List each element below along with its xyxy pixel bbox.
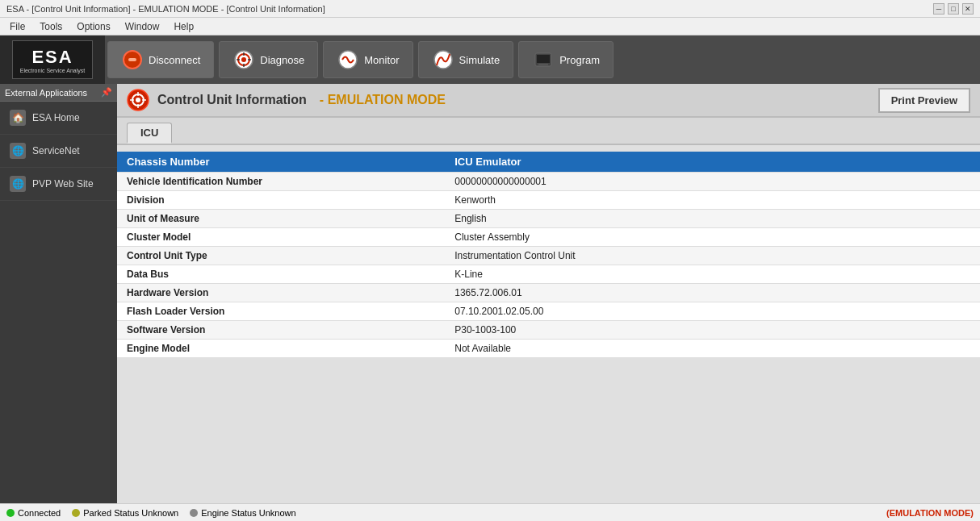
print-preview-button[interactable]: Print Preview — [878, 88, 970, 113]
sidebar-item-servicenet[interactable]: 🌐 ServiceNet — [0, 135, 117, 168]
parked-label: Parked Status Unknown — [83, 508, 178, 518]
table-cell-key: Flash Loader Version — [117, 302, 445, 321]
engine-status: Engine Status Unknown — [190, 508, 295, 518]
tab-bar: ICU — [117, 118, 980, 145]
status-left: Connected Parked Status Unknown Engine S… — [6, 508, 296, 518]
menu-tools[interactable]: Tools — [33, 19, 69, 34]
table-row: Vehicle Identification Number 0000000000… — [117, 173, 980, 191]
menu-file[interactable]: File — [3, 19, 31, 34]
status-bar: Connected Parked Status Unknown Engine S… — [0, 503, 980, 521]
close-button[interactable]: ✕ — [962, 3, 974, 15]
table-row: Control Unit Type Instrumentation Contro… — [117, 247, 980, 265]
table-cell-value: 00000000000000001 — [445, 173, 980, 191]
menu-options[interactable]: Options — [70, 19, 116, 34]
table-cell-key: Hardware Version — [117, 284, 445, 302]
simulate-button[interactable]: Simulate — [418, 41, 514, 78]
svg-rect-12 — [537, 55, 550, 63]
monitor-label: Monitor — [364, 54, 399, 66]
table-cell-value: 1365.72.006.01 — [445, 284, 980, 302]
title-bar-controls[interactable]: ─ □ ✕ — [933, 3, 974, 15]
table-cell-value: Not Available — [445, 340, 980, 358]
table-row: Cluster Model Cluster Assembly — [117, 228, 980, 247]
servicenet-icon: 🌐 — [10, 143, 26, 159]
table-cell-key: Unit of Measure — [117, 210, 445, 228]
logo-area: ESA Electronic Service Analyst — [0, 35, 105, 84]
table-cell-value: Instrumentation Control Unit — [445, 247, 980, 265]
diagnose-button[interactable]: Diagnose — [219, 41, 318, 78]
parked-dot — [72, 509, 80, 517]
section-title: Control Unit Information — [157, 93, 307, 107]
menu-help[interactable]: Help — [167, 19, 200, 34]
program-label: Program — [559, 54, 600, 66]
disconnect-button[interactable]: Disconnect — [107, 41, 214, 78]
monitor-button[interactable]: Monitor — [323, 41, 413, 78]
sidebar-item-pvp-label: PVP Web Site — [32, 178, 94, 190]
engine-label: Engine Status Unknown — [201, 508, 295, 518]
home-icon: 🏠 — [10, 110, 26, 126]
diagnose-label: Diagnose — [260, 54, 304, 66]
menu-window[interactable]: Window — [119, 19, 166, 34]
table-cell-key: Cluster Model — [117, 228, 445, 247]
parked-status: Parked Status Unknown — [72, 508, 178, 518]
table-row: Hardware Version 1365.72.006.01 — [117, 284, 980, 302]
maximize-button[interactable]: □ — [948, 3, 959, 15]
table-cell-value: P30-1003-100 — [445, 321, 980, 340]
title-bar: ESA - [Control Unit Information] - EMULA… — [0, 0, 980, 18]
monitor-icon — [337, 48, 359, 71]
content-area: External Applications 📌 🏠 ESA Home 🌐 Ser… — [0, 84, 980, 503]
table-row: Division Kenworth — [117, 191, 980, 210]
connected-dot — [6, 509, 15, 517]
table-cell-value: K-Line — [445, 265, 980, 284]
minimize-button[interactable]: ─ — [933, 3, 944, 15]
section-icon — [127, 89, 149, 111]
sidebar: External Applications 📌 🏠 ESA Home 🌐 Ser… — [0, 84, 117, 503]
logo-text: ESA — [31, 47, 73, 68]
simulate-label: Simulate — [459, 54, 500, 66]
table-cell-key: Engine Model — [117, 340, 445, 358]
sidebar-header-label: External Applications — [5, 88, 87, 98]
title-bar-text: ESA - [Control Unit Information] - EMULA… — [6, 4, 325, 14]
engine-dot — [190, 509, 198, 517]
table-row: Unit of Measure English — [117, 210, 980, 228]
table-cell-key: Vehicle Identification Number — [117, 173, 445, 191]
svg-rect-1 — [128, 58, 136, 61]
data-table: Chassis Number ICU Emulator Vehicle Iden… — [117, 152, 980, 358]
table-cell-key: Software Version — [117, 321, 445, 340]
table-cell-key: Data Bus — [117, 265, 445, 284]
table-header-key: Chassis Number — [117, 152, 445, 173]
table-header-value: ICU Emulator — [445, 152, 980, 173]
data-area: Chassis Number ICU Emulator Vehicle Iden… — [117, 145, 980, 503]
table-row: Data Bus K-Line — [117, 265, 980, 284]
disconnect-icon — [121, 48, 144, 71]
sidebar-item-servicenet-label: ServiceNet — [32, 145, 80, 156]
table-row: Software Version P30-1003-100 — [117, 321, 980, 340]
connected-label: Connected — [18, 508, 61, 518]
tab-icu[interactable]: ICU — [127, 123, 172, 144]
disconnect-label: Disconnect — [149, 54, 200, 66]
logo-subtext: Electronic Service Analyst — [20, 68, 86, 73]
section-header: Control Unit Information - EMULATION MOD… — [117, 84, 980, 118]
emulation-mode-status: (EMULATION MODE) — [886, 508, 974, 518]
emulation-badge: - EMULATION MODE — [320, 93, 446, 107]
main-content: Control Unit Information - EMULATION MOD… — [117, 84, 980, 503]
simulate-icon — [432, 48, 454, 71]
table-cell-key: Control Unit Type — [117, 247, 445, 265]
logo-box: ESA Electronic Service Analyst — [12, 40, 93, 79]
table-row: Flash Loader Version 07.10.2001.02.05.00 — [117, 302, 980, 321]
table-cell-value: Cluster Assembly — [445, 228, 980, 247]
svg-rect-13 — [538, 64, 548, 65]
table-header-row: Chassis Number ICU Emulator — [117, 152, 980, 173]
sidebar-item-esa-home-label: ESA Home — [32, 112, 80, 123]
sidebar-item-pvp-web-site[interactable]: 🌐 PVP Web Site — [0, 168, 117, 201]
table-cell-value: Kenworth — [445, 191, 980, 210]
program-button[interactable]: Program — [518, 41, 614, 78]
svg-point-8 — [241, 57, 246, 62]
sidebar-pin-icon[interactable]: 📌 — [101, 87, 112, 98]
table-cell-key: Division — [117, 191, 445, 210]
pvp-icon: 🌐 — [10, 176, 26, 192]
sidebar-item-esa-home[interactable]: 🏠 ESA Home — [0, 102, 117, 135]
program-icon — [532, 48, 555, 71]
table-cell-value: 07.10.2001.02.05.00 — [445, 302, 980, 321]
menu-bar: File Tools Options Window Help — [0, 18, 980, 35]
section-header-left: Control Unit Information - EMULATION MOD… — [127, 89, 446, 111]
